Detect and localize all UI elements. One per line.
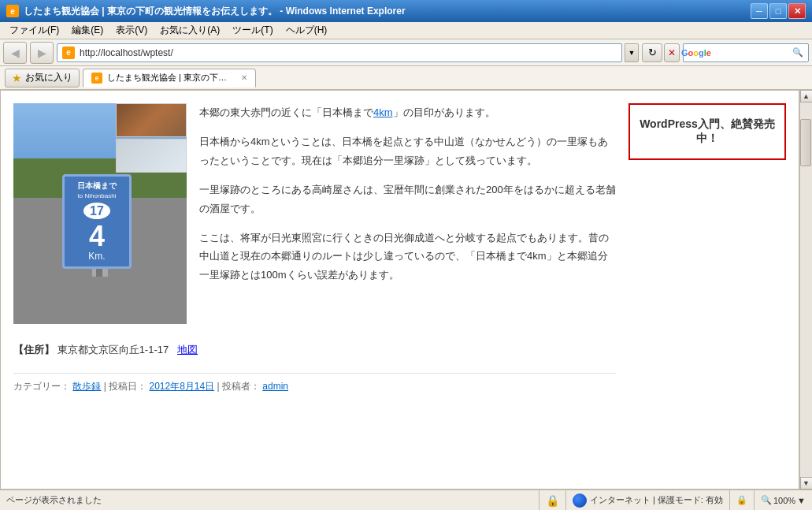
forward-button[interactable]: ▶ [30, 42, 54, 64]
favorites-button[interactable]: ★ お気に入り [5, 69, 80, 87]
mini-photo-1 [116, 103, 187, 137]
mini-photo-2 [116, 139, 187, 173]
menu-view[interactable]: 表示(V) [109, 22, 154, 39]
search-button[interactable]: 🔍 [791, 45, 805, 61]
link-4km[interactable]: 4km [373, 106, 393, 118]
ad-box[interactable]: WordPress入門、絶賛発売中！ [628, 103, 786, 160]
status-bar: ページが表示されました 🔒 インターネット | 保護モード: 有効 🔒 🔍 10… [0, 490, 812, 510]
stop-icon: ✕ [668, 47, 676, 58]
address-bar[interactable]: e http://localhost/wptest/ [57, 43, 622, 62]
title-bar: e したまち観光協会 | 東京の下町の観光情報をお伝えします。 - Window… [0, 0, 812, 22]
mini-photos [116, 103, 187, 173]
meta-line: カテゴリー： 散歩録 | 投稿日： 2012年8月14日 | 投稿者： admi… [13, 373, 616, 393]
sign-km-number: 4 [89, 222, 105, 251]
search-icon: 🔍 [792, 47, 803, 58]
post-image: 日本橋まで to Nihonbashi 17 4 Km. [13, 103, 187, 324]
menu-favorites[interactable]: お気に入り(A) [154, 22, 226, 39]
internet-section: インターネット | 保護モード: 有効 [565, 490, 729, 511]
security-icon-section: 🔒 [539, 490, 565, 511]
address-bar-wrapper: e http://localhost/wptest/ ▼ ↻ ✕ [57, 43, 680, 62]
menu-file[interactable]: ファイル(F) [3, 22, 65, 39]
refresh-stop-group: ↻ ✕ [642, 43, 680, 62]
post-body: 日本橋まで to Nihonbashi 17 4 Km. [13, 103, 616, 330]
scroll-track[interactable] [800, 102, 813, 477]
browser-tab[interactable]: e したまち観光協会 | 東京の下町の観光情報をお... ✕ [83, 69, 256, 87]
google-logo: Google [687, 46, 706, 60]
title-bar-left: e したまち観光協会 | 東京の下町の観光情報をお伝えします。 - Window… [6, 5, 406, 18]
menu-help[interactable]: ヘルプ(H) [280, 22, 334, 39]
back-button[interactable]: ◀ [3, 42, 27, 64]
zoom-level: 100% [773, 496, 795, 505]
refresh-button[interactable]: ↻ [642, 43, 662, 62]
maximize-button[interactable]: □ [769, 3, 787, 19]
menu-bar: ファイル(F) 編集(E) 表示(V) お気に入り(A) ツール(T) ヘルプ(… [0, 22, 812, 39]
page-area: 日本橋まで to Nihonbashi 17 4 Km. [0, 90, 799, 490]
sign-dest-en: to Nihonbashi [78, 192, 117, 199]
scroll-thumb[interactable] [800, 119, 811, 166]
scroll-down-button[interactable]: ▼ [800, 477, 813, 490]
sign-route-num: 17 [83, 203, 110, 219]
internet-label: インターネット | 保護モード: 有効 [590, 494, 723, 506]
back-icon: ◀ [11, 47, 20, 59]
sign-dest-ja: 日本橋まで [77, 181, 117, 191]
window-controls[interactable]: ─ □ ✕ [751, 3, 806, 19]
address-label: 【住所】 [13, 344, 54, 356]
route-sign: 日本橋まで to Nihonbashi 17 4 Km. [62, 174, 132, 269]
menu-edit[interactable]: 編集(E) [65, 22, 109, 39]
globe-icon [573, 493, 587, 508]
tab-bar: e したまち観光協会 | 東京の下町の観光情報をお... ✕ [83, 69, 807, 87]
status-text: ページが表示されました [0, 494, 539, 506]
refresh-icon: ↻ [648, 47, 657, 58]
main-column: 日本橋まで to Nihonbashi 17 4 Km. [13, 103, 616, 393]
scroll-up-button[interactable]: ▲ [800, 90, 813, 102]
ie-app-icon: e [6, 5, 19, 17]
favorites-label: お気に入り [25, 71, 72, 84]
zoom-icon: 🔍 [761, 495, 772, 505]
browser-content: 日本橋まで to Nihonbashi 17 4 Km. [0, 90, 812, 490]
address-line: 【住所】 東京都文京区向丘1-1-17 地図 [13, 343, 616, 357]
meta-separator-2: | 投稿者： [217, 381, 260, 392]
scrollbar[interactable]: ▲ ▼ [799, 90, 812, 490]
sidebar-column: WordPress入門、絶賛発売中！ [628, 103, 786, 393]
category-label: カテゴリー： [13, 381, 70, 392]
search-bar[interactable]: Google 🔍 [683, 43, 809, 62]
post-date-link[interactable]: 2012年8月14日 [149, 381, 214, 392]
lock-section: 🔒 [729, 490, 754, 511]
stop-button[interactable]: ✕ [664, 43, 680, 62]
address-dropdown[interactable]: ▼ [625, 43, 639, 62]
tab-favicon: e [91, 73, 102, 84]
menu-tools[interactable]: ツール(T) [226, 22, 279, 39]
nav-bar: ◀ ▶ e http://localhost/wptest/ ▼ ↻ ✕ Goo… [0, 39, 812, 66]
sign-km-unit: Km. [88, 251, 105, 262]
close-button[interactable]: ✕ [788, 3, 806, 19]
shield-icon: 🔒 [546, 494, 559, 507]
meta-separator-1: | 投稿日： [104, 381, 146, 392]
site-favicon: e [62, 47, 75, 59]
minimize-button[interactable]: ─ [751, 3, 768, 19]
address-text: http://localhost/wptest/ [80, 47, 173, 58]
tab-label: したまち観光協会 | 東京の下町の観光情報をお... [107, 72, 233, 84]
tab-close-button[interactable]: ✕ [241, 73, 247, 82]
road-image-bg: 日本橋まで to Nihonbashi 17 4 Km. [13, 103, 187, 324]
map-link[interactable]: 地図 [177, 344, 198, 356]
page-content: 日本橋まで to Nihonbashi 17 4 Km. [1, 91, 799, 406]
status-right: 🔒 インターネット | 保護モード: 有効 🔒 🔍 100% ▼ [539, 490, 812, 511]
author-link[interactable]: admin [262, 381, 288, 392]
forward-icon: ▶ [38, 47, 46, 59]
address-text: 東京都文京区向丘1-1-17 [57, 344, 169, 356]
zoom-section[interactable]: 🔍 100% ▼ [754, 490, 812, 511]
category-link[interactable]: 散歩録 [72, 381, 101, 392]
toolbar: ★ お気に入り e したまち観光協会 | 東京の下町の観光情報をお... ✕ [0, 66, 812, 90]
star-icon: ★ [12, 72, 22, 84]
ad-text: WordPress入門、絶賛発売中！ [640, 117, 775, 146]
lock-icon: 🔒 [736, 495, 747, 505]
zoom-dropdown-icon[interactable]: ▼ [797, 496, 806, 505]
window-title: したまち観光協会 | 東京の下町の観光情報をお伝えします。 - Windows … [24, 5, 406, 18]
